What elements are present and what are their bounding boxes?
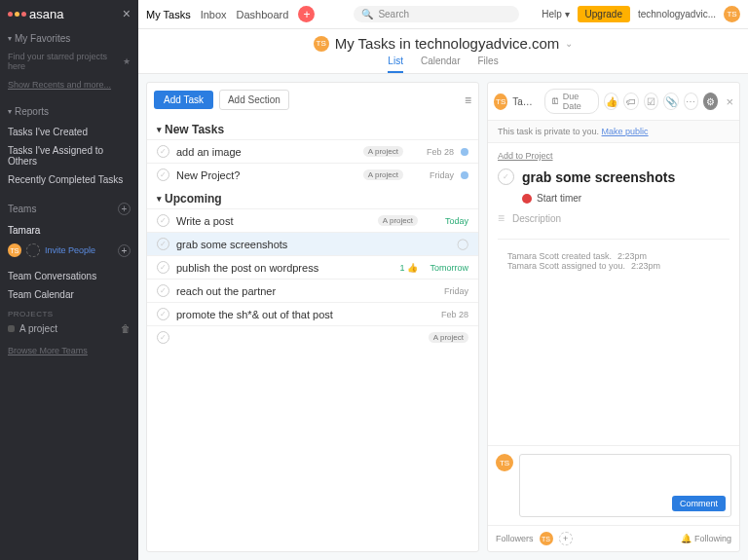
filter-icon[interactable]: ≡ xyxy=(465,93,471,107)
complete-checkbox[interactable]: ✓ xyxy=(157,308,169,320)
invite-plus-icon[interactable]: + xyxy=(118,244,131,257)
avatar[interactable]: TS xyxy=(540,532,553,545)
topbar: My Tasks Inbox Dashboard + 🔍Search Help … xyxy=(138,0,748,29)
nav-my-tasks[interactable]: My Tasks xyxy=(146,9,191,20)
complete-checkbox[interactable]: ✓ xyxy=(157,214,169,227)
following-toggle[interactable]: 🔔Following xyxy=(681,534,731,543)
task-detail: TS Tama... 🗓Due Date 👍 🏷 ☑ 📎 ⋯ ⚙ × This … xyxy=(487,82,740,552)
new-button[interactable]: + xyxy=(298,6,315,22)
tag-icon[interactable]: 🏷 xyxy=(623,93,638,110)
due-date-button[interactable]: 🗓Due Date xyxy=(544,89,599,114)
gear-icon[interactable]: ⚙ xyxy=(703,93,718,110)
projects-header: PROJECTS xyxy=(0,304,138,320)
task-row[interactable]: ✓New Project?A projectFriday xyxy=(147,163,478,186)
nav-inbox[interactable]: Inbox xyxy=(201,9,227,20)
make-public-link[interactable]: Make public xyxy=(602,127,649,136)
assignee-name[interactable]: Tama... xyxy=(512,96,540,107)
task-row[interactable]: ✓reach out the partnerFriday xyxy=(147,279,478,302)
section-header[interactable]: ▾New Tasks xyxy=(147,117,478,139)
add-to-project-link[interactable]: Add to Project xyxy=(498,151,729,161)
team-conversations[interactable]: Team Conversations xyxy=(0,267,138,285)
followers-label: Followers xyxy=(496,534,534,543)
reports-header[interactable]: ▾Reports xyxy=(0,100,138,123)
avatar: TS xyxy=(8,243,21,257)
start-timer-button[interactable]: Start timer xyxy=(522,193,729,204)
due-date: Friday xyxy=(410,170,454,180)
tab-files[interactable]: Files xyxy=(478,56,499,73)
task-title: add an image xyxy=(176,146,356,158)
task-title[interactable]: grab some screenshots xyxy=(522,169,675,185)
complete-checkbox[interactable]: ✓ xyxy=(157,238,169,250)
chevron-down-icon: ▾ xyxy=(157,194,162,204)
show-recents-link[interactable]: Show Recents and more... xyxy=(0,77,138,93)
section-header[interactable]: ▾Upcoming xyxy=(147,186,478,208)
subtask-icon[interactable]: ☑ xyxy=(644,93,658,110)
browse-teams-link[interactable]: Browse More Teams xyxy=(0,343,138,358)
close-icon[interactable]: × xyxy=(726,94,733,109)
favorites-hint: Find your starred projects here★ xyxy=(0,50,138,77)
task-row[interactable]: ✓A project xyxy=(147,325,478,349)
page-title: My Tasks in technologyadvice.com xyxy=(335,35,560,52)
account-name[interactable]: technologyadvic... xyxy=(638,9,716,19)
complete-checkbox[interactable]: ✓ xyxy=(498,168,514,185)
more-icon[interactable]: ⋯ xyxy=(684,93,698,110)
report-created[interactable]: Tasks I've Created xyxy=(0,123,138,141)
task-row[interactable]: ✓publish the post on wordpress1 👍Tomorro… xyxy=(147,255,478,279)
task-title: New Project? xyxy=(176,169,356,181)
due-date: Feb 28 xyxy=(425,310,468,319)
detail-open-icon[interactable]: ◯ xyxy=(457,238,468,250)
attach-icon[interactable]: 📎 xyxy=(663,93,678,110)
avatar[interactable]: TS xyxy=(494,93,507,110)
sidebar-project[interactable]: A project🗑 xyxy=(0,320,138,337)
comment-button[interactable]: Comment xyxy=(672,496,726,511)
teams-header[interactable]: Teams+ xyxy=(0,197,138,221)
upgrade-button[interactable]: Upgrade xyxy=(578,6,630,22)
complete-checkbox[interactable]: ✓ xyxy=(157,145,169,158)
project-tag[interactable]: A project xyxy=(378,215,418,226)
description-field[interactable]: ≡Description xyxy=(498,211,729,225)
complete-checkbox[interactable]: ✓ xyxy=(157,331,169,344)
complete-checkbox[interactable]: ✓ xyxy=(157,261,169,274)
project-tag[interactable]: A project xyxy=(363,146,403,157)
task-row[interactable]: ✓grab some screenshots◯ xyxy=(147,232,478,255)
search-icon: 🔍 xyxy=(361,9,373,19)
sidebar-close-icon[interactable]: × xyxy=(123,6,131,21)
task-row[interactable]: ✓Write a postA projectToday xyxy=(147,208,478,232)
add-follower-icon[interactable]: + xyxy=(559,532,573,545)
add-team-icon[interactable]: + xyxy=(118,203,131,215)
avatar[interactable]: TS xyxy=(724,6,740,22)
archive-icon[interactable]: 🗑 xyxy=(121,323,131,334)
nav-dashboard[interactable]: Dashboard xyxy=(237,9,289,20)
report-completed[interactable]: Recently Completed Tasks xyxy=(0,170,138,189)
project-tag[interactable]: A project xyxy=(429,332,468,343)
help-menu[interactable]: Help ▾ xyxy=(542,9,569,19)
add-section-button[interactable]: Add Section xyxy=(219,90,289,110)
due-date: Tomorrow xyxy=(425,263,468,273)
complete-checkbox[interactable]: ✓ xyxy=(157,168,169,181)
search[interactable]: 🔍Search xyxy=(354,6,519,22)
favorites-header[interactable]: ▾My Favorites xyxy=(0,27,138,50)
status-dot-icon xyxy=(461,148,468,156)
report-assigned[interactable]: Tasks I've Assigned to Others xyxy=(0,141,138,170)
like-icon[interactable]: 👍 xyxy=(604,93,618,110)
task-row[interactable]: ✓promote the sh*& out of that postFeb 28 xyxy=(147,302,478,325)
add-task-button[interactable]: Add Task xyxy=(154,91,213,109)
privacy-notice: This task is private to you. Make public xyxy=(488,121,739,143)
activity-row: Tamara Scott assigned to you.2:23pm xyxy=(507,261,720,271)
avatar: TS xyxy=(496,454,513,471)
team-calendar[interactable]: Team Calendar xyxy=(0,285,138,304)
asana-logo-icon xyxy=(8,12,26,17)
chevron-down-icon[interactable]: ⌄ xyxy=(565,38,573,49)
task-title: Write a post xyxy=(176,215,371,227)
comment-input[interactable]: Comment xyxy=(519,454,731,517)
tab-calendar[interactable]: Calendar xyxy=(421,56,461,73)
due-date: Today xyxy=(425,216,468,226)
team-name[interactable]: Tamara xyxy=(0,221,138,240)
project-tag[interactable]: A project xyxy=(363,169,403,180)
tab-list[interactable]: List xyxy=(388,56,403,73)
task-title: promote the sh*& out of that post xyxy=(176,309,418,320)
complete-checkbox[interactable]: ✓ xyxy=(157,284,169,297)
project-color-icon xyxy=(8,325,15,332)
task-row[interactable]: ✓add an imageA projectFeb 28 xyxy=(147,139,478,163)
invite-link[interactable]: Invite People xyxy=(45,245,95,255)
